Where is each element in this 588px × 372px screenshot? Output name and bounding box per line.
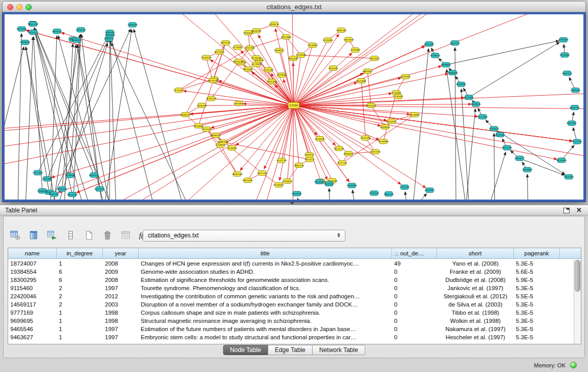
graph-node[interactable]: 94942950: [366, 103, 376, 108]
graph-node[interactable]: 82821518: [28, 22, 38, 27]
graph-node[interactable]: 69418085: [356, 79, 366, 83]
table-row[interactable]: 911546021997Tourette syndrome. Phenomeno…: [8, 284, 574, 292]
graph-node[interactable]: 17240: [288, 102, 299, 108]
column-header-year[interactable]: year: [103, 248, 139, 258]
graph-node[interactable]: 84464127: [89, 173, 99, 178]
column-header-pagerank[interactable]: pagerank: [514, 248, 560, 258]
graph-node[interactable]: 85474141: [304, 157, 315, 162]
graph-node[interactable]: 64686371: [180, 112, 190, 117]
graph-node[interactable]: 25536678: [201, 55, 211, 60]
graph-node[interactable]: 40592099: [347, 183, 357, 188]
graph-node[interactable]: 16800222: [571, 88, 581, 93]
new-column-button[interactable]: [82, 229, 96, 242]
tab-edge-table[interactable]: Edge Table: [268, 345, 313, 355]
graph-node[interactable]: 46727781: [337, 161, 347, 165]
close-panel-icon[interactable]: ✕: [576, 206, 582, 214]
column-header-name[interactable]: name: [8, 248, 57, 258]
graph-node[interactable]: 52313136: [371, 149, 381, 154]
graph-node[interactable]: 73771505: [572, 139, 582, 144]
graph-node[interactable]: 69208954: [380, 124, 390, 129]
graph-node[interactable]: 95105890: [560, 53, 570, 57]
table-row[interactable]: 946554611997Estimation of the future num…: [8, 325, 574, 333]
column-header-in-degree[interactable]: in_degree: [57, 248, 103, 258]
graph-node[interactable]: 49140600: [308, 43, 318, 48]
delete-table-button[interactable]: [119, 229, 133, 242]
graph-node[interactable]: 61472793: [276, 158, 287, 163]
graph-node[interactable]: 14973884: [42, 177, 52, 181]
table-row[interactable]: 1872400712008Changes of HCN gene express…: [8, 259, 574, 268]
graph-node[interactable]: 97434129: [206, 96, 216, 101]
graph-node[interactable]: 89340590: [233, 59, 244, 63]
graph-node[interactable]: 25228466: [323, 38, 333, 42]
graph-node[interactable]: 71956005: [350, 48, 360, 52]
graph-node[interactable]: 82312022: [214, 50, 225, 54]
graph-node[interactable]: 16511155: [257, 171, 267, 176]
graph-node[interactable]: 26703491: [16, 27, 27, 31]
graph-node[interactable]: 87469302: [274, 183, 284, 187]
graph-node[interactable]: 73944601: [328, 66, 338, 71]
graph-node[interactable]: 18308125: [471, 102, 481, 106]
graph-node[interactable]: 67030079: [558, 37, 569, 42]
graph-node[interactable]: 62940735: [269, 22, 279, 27]
graph-node[interactable]: 43579861: [464, 95, 474, 100]
graph-node[interactable]: 18768493: [65, 173, 75, 178]
vertical-scrollbar[interactable]: [574, 259, 581, 344]
graph-node[interactable]: 65778376: [251, 62, 262, 67]
float-panel-icon[interactable]: [563, 208, 570, 213]
graph-node[interactable]: 95250355: [369, 56, 380, 60]
graph-node[interactable]: 90544801: [243, 67, 253, 72]
network-graph[interactable]: 9494295099130893235565046920895431146898…: [5, 14, 583, 200]
graph-node[interactable]: 93331245: [570, 105, 580, 110]
graph-node[interactable]: 33580019: [37, 189, 48, 193]
table-row[interactable]: 2242004622012Investigating the contribut…: [8, 292, 574, 300]
column-header-out-degree[interactable]: △ out_de…: [392, 248, 437, 258]
graph-node[interactable]: 30272806: [281, 35, 291, 39]
graph-node[interactable]: 33023851: [233, 101, 244, 106]
table-row[interactable]: 1938455462009Genome-wide association stu…: [8, 268, 574, 276]
graph-node[interactable]: 18895544: [294, 163, 304, 167]
graph-node[interactable]: 41126626: [227, 146, 237, 150]
graph-node[interactable]: 19381428: [336, 28, 346, 32]
network-table-select[interactable]: citations_edges.txt: [143, 230, 345, 242]
graph-node[interactable]: 31146898: [378, 139, 388, 144]
graph-node[interactable]: 81243173: [28, 30, 38, 35]
graph-node[interactable]: 33393028: [522, 167, 532, 172]
graph-node[interactable]: 14768674: [251, 55, 262, 60]
graph-node[interactable]: 88735959: [556, 158, 567, 163]
graph-node[interactable]: 17784937: [393, 94, 403, 99]
graph-node[interactable]: 97060653: [430, 53, 440, 58]
graph-node[interactable]: 52256335: [401, 74, 411, 79]
graph-node[interactable]: 43069103: [127, 23, 138, 27]
graph-node[interactable]: 80735334: [292, 191, 302, 196]
graph-node[interactable]: 83451825: [243, 178, 253, 183]
graph-node[interactable]: 15350765: [400, 185, 410, 189]
graph-node[interactable]: 89912318: [67, 192, 77, 197]
graph-node[interactable]: 99837276: [562, 71, 572, 76]
row-options-button[interactable]: [64, 229, 77, 242]
graph-node[interactable]: 23556504: [386, 119, 397, 124]
graph-node[interactable]: 39008077: [274, 48, 285, 53]
graph-node[interactable]: 80247077: [450, 41, 460, 46]
graph-node[interactable]: 27506075: [489, 126, 499, 131]
graph-node[interactable]: 23008138: [20, 40, 30, 45]
table-row[interactable]: 1456911722003Disruption of a novel membe…: [8, 300, 574, 309]
table-row[interactable]: 1830029562008Estimation of significance …: [8, 276, 574, 284]
graph-node[interactable]: 15725407: [173, 88, 184, 93]
graph-node[interactable]: 17407000: [263, 68, 273, 72]
show-columns-button[interactable]: [27, 229, 40, 242]
tab-network-table[interactable]: Network Table: [313, 345, 365, 355]
graph-node[interactable]: 52078095: [193, 123, 204, 128]
graph-node[interactable]: 72830103: [105, 30, 115, 35]
table-row[interactable]: 946362711997Embryonic stem cells: a mode…: [8, 333, 574, 341]
network-canvas[interactable]: 9494295099130893235565046920895431146898…: [5, 14, 583, 200]
graph-node[interactable]: 54557893: [33, 170, 43, 175]
graph-node[interactable]: 57856277: [514, 156, 525, 161]
graph-node[interactable]: 16675778: [334, 146, 344, 151]
graph-node[interactable]: 26630001: [251, 29, 262, 33]
graph-node[interactable]: 16433346: [315, 137, 325, 141]
graph-node[interactable]: 80988832: [441, 62, 451, 67]
scrollbar-thumb[interactable]: [575, 260, 580, 292]
graph-node[interactable]: 38587328: [232, 172, 243, 177]
graph-node[interactable]: 39509605: [456, 82, 466, 86]
delete-column-button[interactable]: [101, 229, 114, 242]
